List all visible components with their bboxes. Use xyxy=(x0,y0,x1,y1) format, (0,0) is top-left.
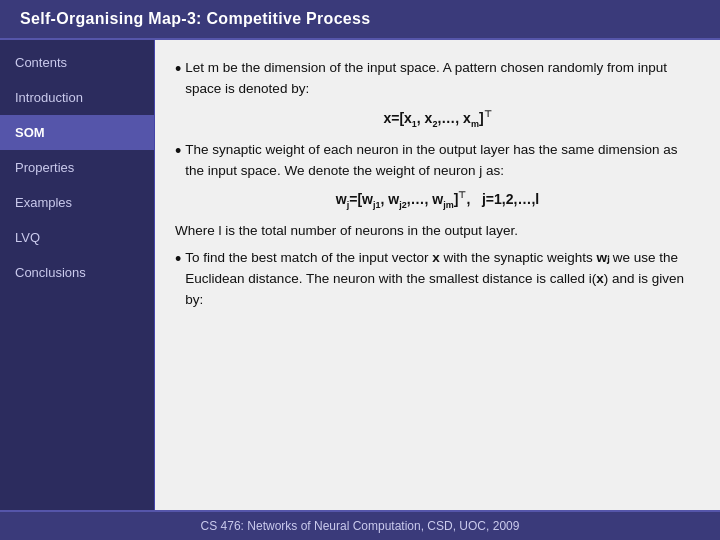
formula-w-rest: =[wj1, wj2,…, wjm]⊤, j=1,2,…,l xyxy=(349,191,539,207)
page-title: Self-Organising Map-3: Competitive Proce… xyxy=(20,10,370,27)
bullet-3-text: To find the best match of the input vect… xyxy=(185,248,700,311)
bold-x-2: x xyxy=(596,271,604,286)
sidebar-item-conclusions[interactable]: Conclusions xyxy=(0,255,154,290)
footer-text: CS 476: Networks of Neural Computation, … xyxy=(201,519,520,533)
formula-w-text: wj xyxy=(336,191,349,207)
footer-bar: CS 476: Networks of Neural Computation, … xyxy=(0,510,720,540)
bold-wj: wⱼ xyxy=(597,250,610,265)
formula-x-rest: =[x1, x2,…, xm]⊤ xyxy=(391,110,491,126)
bold-x-1: x xyxy=(432,250,440,265)
formula-x: x=[x1, x2,…, xm]⊤ xyxy=(175,108,700,132)
bullet-dot-2: • xyxy=(175,140,181,163)
sidebar-item-lvq[interactable]: LVQ xyxy=(0,220,154,255)
main-window: Self-Organising Map-3: Competitive Proce… xyxy=(0,0,720,540)
bullet-1-text: Let m be the dimension of the input spac… xyxy=(185,58,700,100)
bullet-3: • To find the best match of the input ve… xyxy=(175,248,700,311)
sidebar-item-som[interactable]: SOM xyxy=(0,115,154,150)
content-area: • Let m be the dimension of the input sp… xyxy=(155,40,720,510)
bullet-2-text: The synaptic weight of each neuron in th… xyxy=(185,140,700,182)
bullet-dot-3: • xyxy=(175,248,181,271)
bullet-dot-1: • xyxy=(175,58,181,81)
main-content: Contents Introduction SOM Properties Exa… xyxy=(0,40,720,510)
sidebar-item-examples[interactable]: Examples xyxy=(0,185,154,220)
title-bar: Self-Organising Map-3: Competitive Proce… xyxy=(0,0,720,40)
sidebar-item-properties[interactable]: Properties xyxy=(0,150,154,185)
formula-w: wj=[wj1, wj2,…, wjm]⊤, j=1,2,…,l xyxy=(175,189,700,213)
sidebar: Contents Introduction SOM Properties Exa… xyxy=(0,40,155,510)
sidebar-item-introduction[interactable]: Introduction xyxy=(0,80,154,115)
sidebar-item-contents[interactable]: Contents xyxy=(0,45,154,80)
bullet-2: • The synaptic weight of each neuron in … xyxy=(175,140,700,182)
bullet-1: • Let m be the dimension of the input sp… xyxy=(175,58,700,100)
paragraph-1: Where l is the total number of neurons i… xyxy=(175,221,700,242)
